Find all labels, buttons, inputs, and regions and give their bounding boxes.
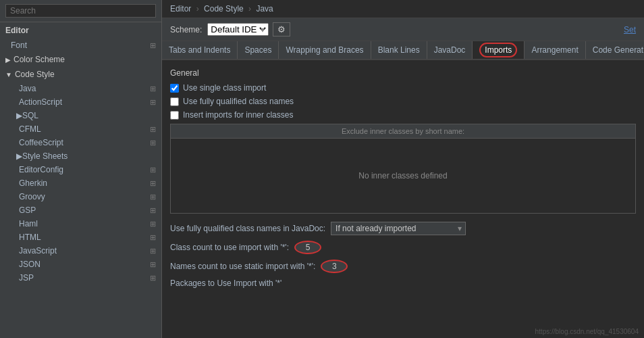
- set-link[interactable]: Set: [624, 25, 636, 34]
- sidebar-group-color-scheme[interactable]: ▶ Color Scheme: [0, 52, 161, 67]
- sidebar-item-gsp[interactable]: GSP ⊞: [0, 203, 161, 217]
- exclude-inner-classes-box: Exclude inner classes by short name: No …: [170, 124, 636, 214]
- sidebar-group-code-style[interactable]: ▼ Code Style: [0, 67, 161, 82]
- no-inner-classes-text: No inner classes defined: [358, 171, 447, 180]
- sql-arrow: ▶: [16, 111, 22, 120]
- breadcrumb-editor: Editor: [170, 4, 191, 14]
- coffeescript-label: CoffeeScript: [19, 138, 63, 147]
- tabs-row: Tabs and Indents Spaces Wrapping and Bra…: [162, 41, 644, 60]
- javascript-label: JavaScript: [19, 246, 57, 256]
- sidebar-item-javascript[interactable]: JavaScript ⊞: [0, 244, 161, 258]
- cfml-label: CFML: [19, 124, 41, 134]
- exclude-box-body: No inner classes defined: [171, 139, 635, 213]
- editor-section-header: Editor: [0, 22, 161, 39]
- javadoc-select-wrapper: If not already imported Always Never: [331, 222, 466, 235]
- main-panel: Editor › Code Style › Java Scheme: Defau…: [162, 0, 644, 338]
- gherkin-label: Gherkin: [19, 178, 47, 188]
- sidebar-item-groovy[interactable]: Groovy ⊞: [0, 190, 161, 203]
- actionscript-label: ActionScript: [19, 97, 62, 107]
- names-count-label: Names count to use static import with '*…: [170, 262, 315, 271]
- sql-label: SQL: [22, 111, 38, 120]
- tab-arrangement[interactable]: Arrangement: [525, 41, 585, 59]
- jsp-settings-icon: ⊞: [150, 274, 156, 283]
- sidebar-item-jsp[interactable]: JSP ⊞: [0, 271, 161, 285]
- tab-tabs-and-indents[interactable]: Tabs and Indents: [162, 41, 238, 59]
- json-settings-icon: ⊞: [150, 260, 156, 269]
- font-settings-icon: ⊞: [150, 41, 156, 50]
- html-label: HTML: [19, 233, 41, 242]
- editorconfig-label: EditorConfig: [19, 165, 63, 174]
- actionscript-settings-icon: ⊞: [150, 98, 156, 107]
- insert-imports-inner-checkbox[interactable]: [170, 111, 179, 120]
- stylesheets-label: Style Sheets: [22, 151, 68, 161]
- sidebar-item-font[interactable]: Font ⊞: [0, 39, 161, 52]
- editorconfig-settings-icon: ⊞: [150, 166, 156, 174]
- use-qualified-class-names-checkbox[interactable]: [170, 97, 179, 106]
- sidebar-item-java[interactable]: Java ⊞: [0, 82, 161, 95]
- scheme-label: Scheme:: [170, 25, 202, 34]
- sidebar-item-html[interactable]: HTML ⊞: [0, 231, 161, 244]
- use-qualified-class-names-label[interactable]: Use fully qualified class names: [183, 97, 294, 106]
- sidebar-item-json[interactable]: JSON ⊞: [0, 258, 161, 271]
- java-settings-icon: ⊞: [150, 84, 156, 93]
- breadcrumb-java: Java: [256, 4, 273, 14]
- checkbox-row-qualified-class: Use fully qualified class names: [170, 97, 636, 106]
- sidebar-item-sql[interactable]: ▶ SQL: [0, 109, 161, 122]
- groovy-settings-icon: ⊞: [150, 193, 156, 201]
- tab-wrapping-and-braces[interactable]: Wrapping and Braces: [279, 41, 371, 59]
- checkbox-row-single-class: Use single class import: [170, 83, 636, 93]
- names-count-input[interactable]: [321, 260, 348, 273]
- class-count-input[interactable]: [294, 241, 321, 254]
- sidebar-item-cfml[interactable]: CFML ⊞: [0, 122, 161, 136]
- sidebar-item-editorconfig[interactable]: EditorConfig ⊞: [0, 163, 161, 176]
- haml-label: Haml: [19, 219, 38, 228]
- javadoc-field-label: Use fully qualified class names in JavaD…: [170, 224, 325, 233]
- tab-javadoc[interactable]: JavaDoc: [427, 41, 473, 59]
- stylesheets-arrow: ▶: [16, 151, 22, 161]
- search-box: [0, 0, 161, 22]
- scheme-select[interactable]: Default IDE: [207, 23, 269, 36]
- java-label: Java: [19, 84, 36, 93]
- tab-spaces[interactable]: Spaces: [238, 41, 279, 59]
- insert-imports-inner-label[interactable]: Insert imports for inner classes: [183, 110, 293, 120]
- coffeescript-settings-icon: ⊞: [150, 139, 156, 147]
- gsp-settings-icon: ⊞: [150, 206, 156, 215]
- sidebar-item-coffeescript[interactable]: CoffeeScript ⊞: [0, 136, 161, 149]
- code-style-label: Code Style: [15, 70, 55, 79]
- exclude-box-header: Exclude inner classes by short name:: [171, 124, 635, 139]
- json-label: JSON: [19, 260, 41, 269]
- checkbox-row-inner-classes: Insert imports for inner classes: [170, 110, 636, 120]
- scheme-gear-button[interactable]: ⚙: [273, 22, 290, 37]
- tab-blank-lines[interactable]: Blank Lines: [371, 41, 427, 59]
- color-scheme-arrow: ▶: [5, 56, 11, 64]
- sidebar: Editor Font ⊞ ▶ Color Scheme ▼ Code Styl…: [0, 0, 162, 338]
- packages-label: Packages to Use Import with '*': [170, 279, 636, 288]
- gsp-label: GSP: [19, 206, 36, 215]
- sidebar-item-haml[interactable]: Haml ⊞: [0, 217, 161, 231]
- breadcrumb-code-style: Code Style: [204, 4, 244, 14]
- color-scheme-label: Color Scheme: [14, 55, 65, 64]
- use-single-class-import-label[interactable]: Use single class import: [183, 83, 266, 93]
- sidebar-item-gherkin[interactable]: Gherkin ⊞: [0, 176, 161, 190]
- breadcrumb-sep-1: ›: [196, 4, 199, 14]
- watermark: https://blog.csdn.net/qq_41530604: [535, 328, 639, 335]
- sidebar-item-actionscript[interactable]: ActionScript ⊞: [0, 95, 161, 109]
- breadcrumb: Editor › Code Style › Java: [162, 0, 644, 18]
- font-label: Font: [11, 41, 27, 50]
- javadoc-field-row: Use fully qualified class names in JavaD…: [170, 222, 636, 235]
- cfml-settings-icon: ⊞: [150, 125, 156, 134]
- content-area: General Use single class import Use full…: [162, 60, 644, 338]
- groovy-label: Groovy: [19, 192, 45, 201]
- html-settings-icon: ⊞: [150, 233, 156, 242]
- scheme-row: Scheme: Default IDE ⚙ Set: [162, 18, 644, 41]
- tab-code-generation[interactable]: Code Generation: [586, 41, 644, 59]
- jsp-label: JSP: [19, 273, 34, 283]
- tab-imports[interactable]: Imports: [473, 41, 525, 60]
- javadoc-select[interactable]: If not already imported Always Never: [331, 222, 466, 235]
- imports-highlight: Imports: [479, 43, 517, 57]
- class-count-label: Class count to use import with '*':: [170, 243, 289, 252]
- search-input[interactable]: [5, 4, 156, 18]
- use-single-class-import-checkbox[interactable]: [170, 84, 179, 93]
- sidebar-item-stylesheets[interactable]: ▶ Style Sheets: [0, 149, 161, 163]
- scheme-select-wrapper: Default IDE: [207, 23, 269, 36]
